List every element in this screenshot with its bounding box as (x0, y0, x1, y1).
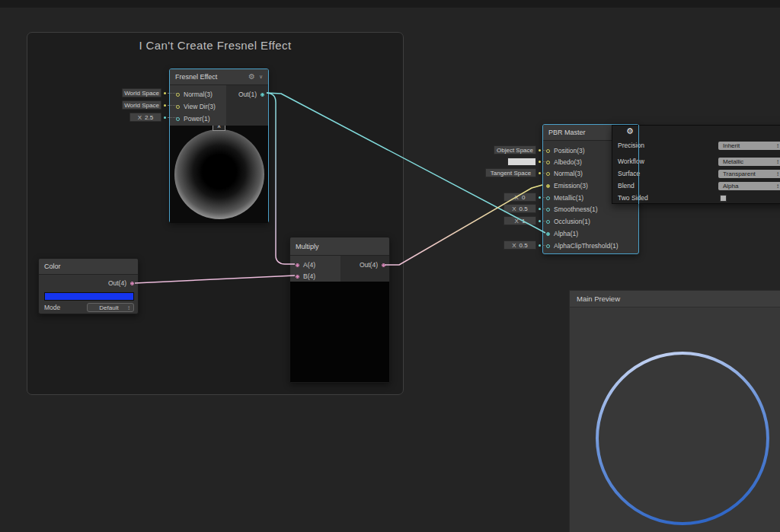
widget-dot (539, 208, 541, 210)
blend-dropdown[interactable]: Alpha ↕ (718, 182, 780, 190)
widget-dot (539, 172, 541, 174)
precision-dropdown[interactable]: Inherit ↕ (718, 142, 780, 150)
widget-dash (542, 221, 545, 221)
color-out-row: Out(4) (108, 279, 134, 288)
gear-icon[interactable]: ⚙ (248, 73, 255, 81)
widget-dot (164, 104, 166, 107)
port-out[interactable] (130, 282, 134, 285)
widget-dot (539, 196, 541, 199)
fresnel-ring (597, 353, 768, 524)
widget-dot (164, 116, 166, 119)
port-alpha[interactable] (546, 232, 550, 236)
workflow-dropdown[interactable]: Metallic ↕ (718, 158, 780, 166)
power-value-field[interactable]: X 2.5 (129, 113, 161, 122)
fresnel-normal-widget: World Space (122, 88, 177, 97)
port-normal[interactable] (546, 172, 550, 176)
widget-dot (164, 92, 166, 94)
pbr-normal-widget: Tangent Space (485, 168, 545, 177)
widget-dash (168, 93, 177, 94)
fresnel-power-widget: X 2.5 (129, 113, 177, 122)
mode-dropdown[interactable]: Default ↕ (87, 303, 134, 312)
top-border-strip (0, 0, 780, 8)
pbr-settings-panel: Precision Inherit ↕ Workflow Metallic ↕ … (612, 125, 780, 204)
main-preview-header[interactable]: Main Preview (570, 291, 780, 307)
widget-dash (542, 173, 545, 174)
node-fresnel-effect[interactable]: Fresnel Effect ⚙ ∨ Normal(3) View Dir(3)… (169, 68, 269, 223)
blend-label: Blend (618, 182, 635, 190)
precision-label: Precision (618, 142, 644, 149)
pbr-alphaclip-widget: X 0.5 (503, 241, 545, 250)
multiply-a-row: A(4) (296, 260, 315, 269)
port-occlusion[interactable] (546, 220, 550, 224)
updown-icon: ↕ (776, 142, 779, 149)
two-sided-label: Two Sided (618, 194, 648, 202)
main-preview-title: Main Preview (577, 295, 620, 303)
multiply-header[interactable]: Multiply (290, 237, 389, 256)
port-position[interactable] (546, 149, 550, 153)
surface-label: Surface (618, 170, 640, 177)
port-a[interactable] (296, 263, 299, 267)
node-multiply[interactable]: Multiply A(4) B(4) Out(4) (289, 237, 390, 383)
normal-space-dropdown[interactable]: Tangent Space (485, 168, 536, 177)
fresnel-header[interactable]: Fresnel Effect ⚙ ∨ (170, 69, 268, 85)
chevron-down-icon[interactable]: ∨ (259, 74, 263, 80)
multiply-b-row: B(4) (296, 272, 315, 281)
viewdir-space-dropdown[interactable]: World Space (122, 100, 161, 110)
fresnel-title: Fresnel Effect (175, 73, 217, 81)
fresnel-preview: ∧ (170, 126, 268, 223)
fresnel-viewdir-widget: World Space (122, 100, 177, 110)
pbr-albedo-widget (507, 157, 545, 166)
gear-icon[interactable]: ⚙ (626, 127, 634, 135)
fresnel-port-row: View Dir(3) (176, 102, 216, 111)
pbr-node-border-line (638, 125, 639, 204)
widget-dash (168, 117, 177, 118)
multiply-preview (290, 282, 389, 382)
pbr-position-widget: Object Space (494, 145, 545, 155)
port-b[interactable] (296, 275, 299, 279)
multiply-title: Multiply (296, 243, 319, 250)
widget-dot (539, 220, 541, 222)
normal-space-dropdown[interactable]: World Space (122, 88, 161, 97)
node-color[interactable]: Color Out(4) Mode Default ↕ (38, 258, 139, 314)
shader-graph-canvas[interactable]: I Can't Create Fresnel Effect Fresnel Ef… (0, 0, 780, 532)
widget-dot (539, 149, 541, 151)
pbr-metallic-widget: X 0 (503, 193, 545, 202)
updown-icon: ↕ (776, 170, 779, 177)
occlusion-value-field[interactable]: X 1 (503, 216, 536, 225)
widget-dot (539, 244, 541, 247)
position-space-dropdown[interactable]: Object Space (494, 145, 536, 155)
pbr-smoothness-widget: X 0.5 (503, 204, 545, 213)
fresnel-out-row: Out(1) (238, 90, 264, 99)
metallic-value-field[interactable]: X 0 (503, 193, 536, 202)
pbr-title: PBR Master (548, 129, 586, 136)
updown-icon: ↕ (776, 183, 779, 190)
mode-label: Mode (44, 304, 60, 311)
port-metallic[interactable] (546, 196, 550, 200)
port-out[interactable] (382, 263, 385, 267)
widget-dash (542, 161, 545, 162)
group-title: I Can't Create Fresnel Effect (27, 39, 403, 52)
albedo-color-swatch[interactable] (507, 158, 536, 166)
main-preview-panel[interactable]: Main Preview (569, 290, 780, 532)
main-preview-render (570, 307, 780, 532)
updown-icon: ↕ (127, 304, 130, 311)
widget-dash (542, 150, 545, 151)
updown-icon: ↕ (776, 158, 779, 165)
widget-dash (168, 105, 177, 106)
surface-dropdown[interactable]: Transparent ↕ (718, 170, 780, 178)
widget-dash (542, 245, 545, 246)
widget-dash (542, 209, 545, 209)
color-swatch[interactable] (44, 292, 134, 301)
port-smoothness[interactable] (546, 208, 550, 212)
color-header[interactable]: Color (39, 259, 138, 275)
color-title: Color (44, 263, 61, 270)
two-sided-checkbox[interactable] (720, 195, 727, 202)
port-alphaclipthreshold[interactable] (546, 244, 550, 248)
collapse-preview-button[interactable]: ∧ (213, 126, 225, 131)
port-albedo[interactable] (546, 161, 550, 164)
port-emission[interactable] (546, 184, 550, 188)
port-out[interactable] (261, 93, 264, 97)
smoothness-value-field[interactable]: X 0.5 (503, 204, 536, 213)
alphaclip-value-field[interactable]: X 0.5 (503, 241, 536, 250)
fresnel-port-row: Normal(3) (176, 90, 213, 99)
